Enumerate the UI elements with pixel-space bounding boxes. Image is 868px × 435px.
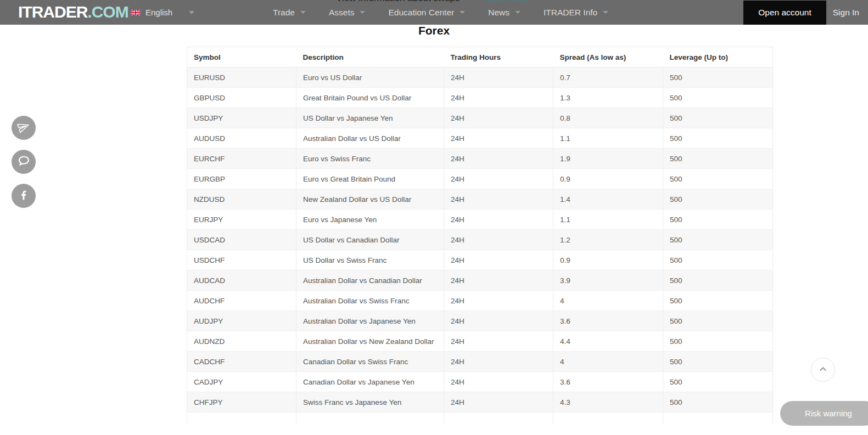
table-cell: 500 [663, 128, 773, 149]
table-cell: Euro vs Great Britain Pound [296, 169, 444, 189]
table-cell: 500 [663, 311, 773, 331]
nav-item-education-center[interactable]: Education Center [388, 8, 465, 18]
table-cell [187, 413, 296, 423]
table-cell: 0.8 [553, 108, 663, 128]
table-row: GBPUSDGreat Britain Pound vs US Dollar24… [187, 88, 773, 108]
scroll-to-top-button[interactable] [811, 358, 835, 382]
table-cell: Australian Dollar vs US Dollar [296, 128, 444, 149]
nav-item-label: Assets [329, 8, 355, 18]
nav-item-itrader-info[interactable]: ITRADER Info [544, 8, 608, 18]
nav-item-trade[interactable]: Trade [273, 8, 306, 18]
table-cell: 500 [663, 270, 773, 291]
table-row: EURGBPEuro vs Great Britain Pound24H0.95… [187, 169, 773, 189]
table-cell: 24H [444, 108, 553, 128]
table-cell: 24H [444, 392, 553, 413]
forex-page: View information about swapsClick Here I… [0, 0, 868, 435]
table-cell: 500 [663, 67, 773, 88]
telegram-icon [18, 121, 30, 135]
facebook-button[interactable] [12, 184, 36, 208]
table-cell: 1.9 [553, 149, 663, 169]
chevron-down-icon [300, 11, 306, 14]
chat-button[interactable] [12, 150, 36, 174]
table-cell: 1.4 [553, 189, 663, 210]
table-cell: Australian Dollar vs Swiss Franc [296, 291, 444, 311]
chevron-down-icon [603, 11, 608, 14]
table-cell: US Dollar vs Swiss Franc [296, 250, 444, 270]
nav-item-label: Trade [273, 8, 295, 18]
table-cell [444, 413, 553, 423]
table-cell: 1.3 [553, 88, 663, 108]
swaps-click-here-link[interactable]: Click Here [485, 0, 528, 3]
table-row: AUDNZDAustralian Dollar vs New Zealand D… [187, 331, 773, 352]
table-row: CADCHFCanadian Dollar vs Swiss Franc24H4… [187, 352, 773, 372]
table-cell: 0.9 [553, 250, 663, 270]
table-cell: EURUSD [187, 67, 296, 88]
table-cell: 24H [444, 189, 553, 210]
table-cell: 500 [663, 88, 773, 108]
table-cell: Australian Dollar vs Japanese Yen [296, 311, 444, 331]
table-cell: 24H [444, 270, 553, 291]
table-cell: Euro vs US Dollar [296, 67, 444, 88]
table-cell [553, 413, 663, 423]
table-cell: 4.3 [553, 392, 663, 413]
chevron-down-icon [460, 11, 465, 14]
table-cell: 24H [444, 372, 553, 392]
brand-logo[interactable]: ITRADER.COM [18, 3, 128, 21]
table-cell: USDCHF [187, 250, 296, 270]
telegram-button[interactable] [12, 116, 36, 140]
table-cell: 500 [663, 149, 773, 169]
page-title: Forex [0, 24, 868, 37]
facebook-icon [18, 189, 30, 203]
column-header-symbol: Symbol [187, 47, 296, 67]
table-row: NZDUSDNew Zealand Dollar vs US Dollar24H… [187, 189, 773, 210]
table-cell [296, 413, 444, 423]
table-row: USDCADUS Dollar vs Canadian Dollar24H1.2… [187, 230, 773, 250]
nav-item-assets[interactable]: Assets [329, 8, 366, 18]
table-cell: 24H [444, 128, 553, 149]
table-cell: CADCHF [187, 352, 296, 372]
table-row: AUDJPYAustralian Dollar vs Japanese Yen2… [187, 311, 773, 331]
table-cell: 500 [663, 108, 773, 128]
table-cell: 0.7 [553, 67, 663, 88]
table-cell: USDCAD [187, 230, 296, 250]
table-cell: US Dollar vs Canadian Dollar [296, 230, 444, 250]
nav-item-label: News [488, 8, 509, 18]
table-cell: NZDUSD [187, 189, 296, 210]
swaps-banner: View information about swapsClick Here [336, 0, 528, 4]
column-header-description: Description [296, 47, 444, 67]
social-rail [12, 116, 36, 208]
column-header-trading-hours: Trading Hours [444, 47, 553, 67]
table-cell: Euro vs Swiss Franc [296, 149, 444, 169]
table-row: USDJPYUS Dollar vs Japanese Yen24H0.8500 [187, 108, 773, 128]
table-cell: Great Britain Pound vs US Dollar [296, 88, 444, 108]
table-cell: 4 [553, 291, 663, 311]
table-cell: 24H [444, 230, 553, 250]
table-cell: 24H [444, 210, 553, 230]
table-row: EURUSDEuro vs US Dollar24H0.7500 [187, 67, 773, 88]
sign-in-link[interactable]: Sign In [826, 8, 868, 18]
table-row: USDCHFUS Dollar vs Swiss Franc24H0.9500 [187, 250, 773, 270]
nav-item-news[interactable]: News [488, 8, 520, 18]
table-cell: 0.9 [553, 169, 663, 189]
table-cell: 500 [663, 392, 773, 413]
table-cell: 4 [553, 352, 663, 372]
table-cell: 500 [663, 189, 773, 210]
table-cell: EURJPY [187, 210, 296, 230]
table-row: CADJPYCanadian Dollar vs Japanese Yen24H… [187, 372, 773, 392]
language-selector[interactable]: English [131, 0, 194, 25]
table-cell: Canadian Dollar vs Swiss Franc [296, 352, 444, 372]
logo-part2: .COM [87, 3, 128, 21]
uk-flag-icon [131, 9, 141, 16]
table-cell: 4.4 [553, 331, 663, 352]
table-header-row: Symbol Description Trading Hours Spread … [187, 47, 773, 67]
table-row: EURJPYEuro vs Japanese Yen24H1.1500 [187, 210, 773, 230]
table-cell: 500 [663, 352, 773, 372]
table-cell: New Zealand Dollar vs US Dollar [296, 189, 444, 210]
table-cell: AUDCHF [187, 291, 296, 311]
swaps-banner-text: View information about swaps [336, 0, 460, 3]
table-cell: 500 [663, 250, 773, 270]
table-cell: 500 [663, 210, 773, 230]
open-account-button[interactable]: Open account [743, 1, 826, 25]
table-cell: Australian Dollar vs New Zealand Dollar [296, 331, 444, 352]
risk-warning-button[interactable]: Risk warning [780, 401, 868, 426]
